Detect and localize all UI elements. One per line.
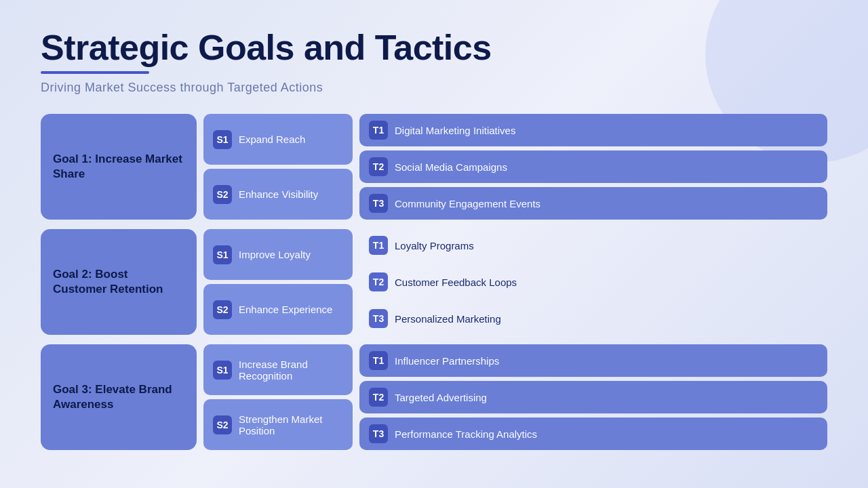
tactic-badge-1-3: T3: [369, 194, 388, 213]
strategy-badge-2-1: S1: [213, 245, 232, 264]
tactic-text-2-2: Customer Feedback Loops: [395, 277, 517, 288]
strategy-text-2-2: Enhance Experience: [239, 304, 332, 315]
strategy-badge-1-1: S1: [213, 130, 232, 149]
strategy-item-1-1: S1Expand Reach: [203, 114, 353, 165]
goal-row-2: Goal 2: Boost Customer RetentionS1Improv…: [41, 229, 827, 335]
tactic-text-1-3: Community Engagement Events: [395, 198, 540, 209]
goal-box-1: Goal 1: Increase Market Share: [41, 114, 197, 220]
strategy-text-3-1: Increase Brand Recognition: [239, 359, 343, 382]
strategy-item-2-2: S2Enhance Experience: [203, 284, 353, 335]
goal-row-1: Goal 1: Increase Market ShareS1Expand Re…: [41, 114, 827, 220]
tactic-text-2-1: Loyalty Programs: [395, 240, 474, 251]
tactic-badge-3-1: T1: [369, 351, 388, 370]
tactic-item-1-2: T2Social Media Campaigns: [359, 150, 827, 183]
tactic-text-3-3: Performance Tracking Analytics: [395, 428, 537, 440]
page-title: Strategic Goals and Tactics: [41, 28, 827, 67]
strategy-item-1-2: S2Enhance Visibility: [203, 169, 353, 220]
tactic-badge-1-1: T1: [369, 121, 388, 140]
tactic-item-2-2: T2Customer Feedback Loops: [359, 266, 827, 298]
tactic-text-3-1: Influencer Partnerships: [395, 355, 499, 367]
tactic-item-3-1: T1Influencer Partnerships: [359, 344, 827, 377]
tactic-item-3-2: T2Targeted Advertising: [359, 381, 827, 413]
strategy-text-1-2: Enhance Visibility: [239, 188, 318, 200]
goal-row-3: Goal 3: Elevate Brand AwarenessS1Increas…: [41, 344, 827, 450]
strategy-item-3-2: S2Strengthen Market Position: [203, 399, 353, 450]
strategies-col-3: S1Increase Brand RecognitionS2Strengthen…: [203, 344, 353, 450]
tactic-item-2-3: T3Personalized Marketing: [359, 302, 827, 335]
tactic-text-3-2: Targeted Advertising: [395, 392, 487, 403]
tactic-badge-3-3: T3: [369, 424, 388, 443]
tactic-item-1-3: T3Community Engagement Events: [359, 187, 827, 220]
tactic-badge-2-2: T2: [369, 272, 388, 291]
tactic-item-1-1: T1Digital Marketing Initiatives: [359, 114, 827, 146]
strategy-badge-2-2: S2: [213, 300, 232, 319]
strategies-col-1: S1Expand ReachS2Enhance Visibility: [203, 114, 353, 220]
tactics-col-3: T1Influencer PartnershipsT2Targeted Adve…: [359, 344, 827, 450]
title-underline: [41, 71, 149, 74]
tactic-badge-1-2: T2: [369, 157, 388, 176]
tactic-text-1-2: Social Media Campaigns: [395, 161, 507, 173]
tactic-badge-2-1: T1: [369, 236, 388, 255]
goals-grid: Goal 1: Increase Market ShareS1Expand Re…: [41, 114, 827, 450]
tactic-text-1-1: Digital Marketing Initiatives: [395, 125, 515, 136]
tactics-col-1: T1Digital Marketing InitiativesT2Social …: [359, 114, 827, 220]
strategy-badge-1-2: S2: [213, 185, 232, 204]
tactic-item-3-3: T3Performance Tracking Analytics: [359, 418, 827, 450]
main-container: Strategic Goals and Tactics Driving Mark…: [0, 0, 868, 470]
tactic-badge-3-2: T2: [369, 388, 388, 407]
strategy-badge-3-2: S2: [213, 415, 232, 434]
strategy-text-3-2: Strengthen Market Position: [239, 413, 343, 436]
goal-box-3: Goal 3: Elevate Brand Awareness: [41, 344, 197, 450]
strategy-text-2-1: Improve Loyalty: [239, 249, 311, 260]
strategies-col-2: S1Improve LoyaltyS2Enhance Experience: [203, 229, 353, 335]
strategy-badge-3-1: S1: [213, 361, 232, 380]
strategy-text-1-1: Expand Reach: [239, 134, 305, 145]
tactic-text-2-3: Personalized Marketing: [395, 313, 501, 325]
goal-box-2: Goal 2: Boost Customer Retention: [41, 229, 197, 335]
strategy-item-2-1: S1Improve Loyalty: [203, 229, 353, 280]
tactics-col-2: T1Loyalty ProgramsT2Customer Feedback Lo…: [359, 229, 827, 335]
tactic-item-2-1: T1Loyalty Programs: [359, 229, 827, 262]
page-subtitle: Driving Market Success through Targeted …: [41, 81, 827, 95]
strategy-item-3-1: S1Increase Brand Recognition: [203, 344, 353, 395]
tactic-badge-2-3: T3: [369, 309, 388, 328]
